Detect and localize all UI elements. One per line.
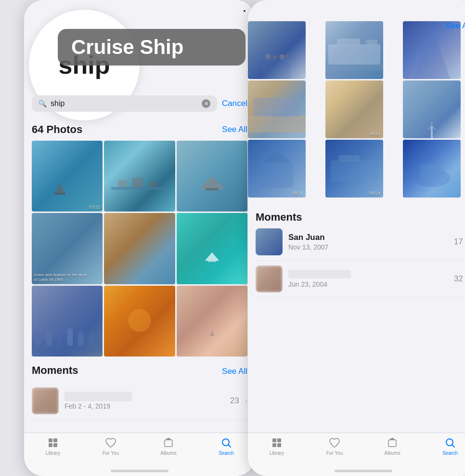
moment-thumb-img-left [32,387,59,414]
svg-rect-30 [263,58,291,79]
tab-search-left[interactable]: Search [197,437,255,456]
battery-icon-left: ▪ [243,7,245,14]
cruise-photo-grid: 08/24 08/21 08/24 [248,21,465,198]
moment-thumb-img-right2 [256,265,283,292]
cruise-photo-cell[interactable] [403,80,461,138]
photos-count-left: 64 Photos [32,123,82,136]
see-all-button-right[interactable]: See All [446,21,465,30]
photo-cell[interactable]: Grace and Jeanne on the deckat Cabin #8 … [32,213,103,284]
moment-date-left: Feb 2 - 4, 2019 [65,402,224,410]
moments-title-left: Moments [32,364,78,377]
photo-cell[interactable] [104,213,175,284]
moment-info-left: Feb 2 - 4, 2019 [65,392,224,410]
photo-cell[interactable] [177,286,247,357]
see-all-button-left[interactable]: See All [222,125,247,134]
svg-marker-8 [205,252,219,261]
svg-rect-11 [35,331,41,345]
tab-foryou-right[interactable]: For You [306,437,363,456]
content-left: 64 Photos See All 07/22 [24,116,255,433]
cancel-button-left[interactable]: Cancel [222,99,247,108]
scene: ▪ ship Cruise Ship 🔍 ship ✕ Cancel 64 Ph… [0,0,465,476]
svg-rect-0 [54,193,66,195]
svg-rect-48 [331,160,377,181]
search-icon-tab-right [444,437,456,449]
svg-rect-41 [254,98,300,116]
svg-rect-49 [339,155,360,161]
cruise-photo-cell[interactable]: 08/24 [325,140,383,198]
svg-rect-4 [132,178,143,187]
tab-search-right[interactable]: Search [421,437,465,456]
svg-rect-14 [67,328,73,346]
photo-cell[interactable] [104,286,175,357]
svg-marker-19 [210,330,214,335]
svg-rect-46 [260,162,293,188]
cruise-photo-cell[interactable] [248,80,306,138]
svg-rect-55 [277,443,281,447]
cruise-photo-cell[interactable] [403,140,461,198]
svg-marker-47 [263,151,291,162]
svg-rect-27 [167,438,170,439]
albums-icon-left [163,437,174,449]
svg-rect-26 [166,439,171,440]
svg-rect-56 [388,440,396,447]
search-input-left[interactable]: 🔍 ship ✕ [32,95,217,112]
tab-albums-left[interactable]: Albums [140,437,197,456]
moment-thumb-left [32,387,59,414]
cruise-photo-cell[interactable]: 08/24 [325,80,383,138]
svg-rect-38 [366,40,377,45]
search-icon-left: 🔍 [39,100,47,107]
photo-cell[interactable] [177,141,247,212]
svg-rect-22 [53,438,57,442]
moment-chevron-left: › [245,397,247,405]
moment-date-san-juan: Nov 13, 2007 [288,243,448,251]
svg-rect-35 [328,44,380,65]
moment-info-right2: Jun 23, 2004 [288,270,448,288]
phone-right: ▪ See All [248,0,465,476]
moment-item-right2[interactable]: Jun 23, 2004 32 › [256,261,465,298]
svg-marker-1 [56,183,65,193]
tab-search-label-right: Search [442,450,458,456]
svg-rect-18 [123,331,157,333]
photo-timestamp-right3: 08/24 [369,191,380,196]
svg-rect-20 [210,335,213,335]
svg-rect-25 [165,440,172,447]
photo-cell[interactable]: 07/22 [32,141,103,212]
photo-timestamp: 07/22 [89,205,100,210]
moment-location-blurred [65,392,132,401]
photo-cell[interactable] [32,286,103,357]
cruise-photo-cell[interactable]: 08/21 [248,140,306,198]
content-right: 08/24 08/21 08/24 [248,21,465,433]
phone-left: ▪ ship Cruise Ship 🔍 ship ✕ Cancel 64 Ph… [24,0,255,476]
clear-button-left[interactable]: ✕ [202,99,210,108]
tab-library-left[interactable]: Library [24,437,82,456]
library-icon-left [47,437,59,449]
svg-rect-54 [272,443,276,447]
moment-item-left[interactable]: Feb 2 - 4, 2019 23 › [32,383,247,420]
moment-count-san-juan: 17 [454,237,463,247]
tab-albums-right[interactable]: Albums [363,437,421,456]
photo-cell[interactable] [104,141,175,212]
svg-rect-5 [150,182,157,186]
tab-foryou-label-left: For You [103,450,119,456]
svg-point-33 [279,54,285,60]
moment-item-san-juan[interactable]: San Juan Nov 13, 2007 17 › [256,224,465,261]
suggestion-bubble[interactable]: Cruise Ship [58,29,245,66]
moments-see-all-left[interactable]: See All [222,367,247,376]
photo-cell[interactable] [177,213,247,284]
moment-thumb-right2 [256,265,283,292]
photo-caption: Grace and Jeanne on the deckat Cabin #8 … [34,273,86,282]
photo-timestamp-right: 08/24 [369,132,380,136]
svg-rect-51 [420,164,443,179]
svg-point-34 [285,53,289,58]
tab-library-label-right: Library [270,450,284,456]
svg-rect-52 [272,438,276,442]
tab-foryou-left[interactable]: For You [82,437,140,456]
cruise-photo-cell[interactable] [325,21,383,79]
search-icon-tab-left [220,437,232,449]
home-indicator-right [335,470,392,472]
tab-library-right[interactable]: Library [248,437,306,456]
moment-count-left: 23 [230,396,239,406]
moment-date-right2: Jun 23, 2004 [288,280,448,288]
moment-location-san-juan: San Juan [288,233,448,242]
cruise-photo-cell[interactable] [248,21,306,79]
